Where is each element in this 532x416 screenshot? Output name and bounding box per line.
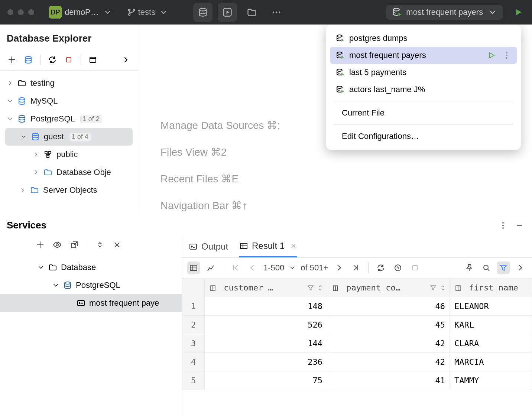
cell-count[interactable]: 42 [327,353,450,371]
view-options-button[interactable] [88,55,98,65]
cell-customer[interactable]: 144 [205,334,327,353]
minimize-window-button[interactable] [18,9,24,15]
services-node-label: most frequent paye [89,298,159,308]
project-selector[interactable]: DP demoP… [47,4,114,20]
prev-page-button[interactable] [246,261,259,274]
run-icon[interactable] [487,51,496,60]
count-badge: 1 of 4 [69,133,91,141]
dropdown-current-file[interactable]: Current File [330,104,517,121]
cell-count[interactable]: 42 [327,334,450,353]
pin-button[interactable] [463,261,476,274]
chevron-down-icon [20,133,27,140]
sort-icon[interactable] [439,284,447,292]
run-tool-button[interactable] [218,3,237,22]
database-tool-button[interactable] [193,3,213,22]
stop-button[interactable] [409,261,421,274]
dropdown-edit-config[interactable]: Edit Configurations… [330,128,517,145]
last-page-button[interactable] [350,261,362,274]
cell-first-name[interactable]: CLARA [450,334,532,353]
column-header[interactable]: first_name [450,279,532,297]
column-header[interactable]: customer_… [205,279,327,297]
cell-customer[interactable]: 526 [205,316,327,334]
services-toolbar [0,235,182,255]
reload-button[interactable] [374,261,387,274]
chevron-down-icon [52,282,59,289]
cell-first-name[interactable]: MARCIA [450,353,532,371]
first-page-button[interactable] [229,261,242,274]
filter-icon[interactable] [429,284,437,292]
database-run-icon [336,34,345,43]
cell-customer[interactable]: 75 [205,371,327,390]
more-icon[interactable] [499,221,507,230]
more-icon[interactable] [502,51,511,60]
table-row[interactable]: 252645KARL [182,316,532,334]
tree-node-dbobjects[interactable]: Database Obje [0,163,138,181]
database-run-icon [336,68,345,77]
cell-customer[interactable]: 236 [205,353,327,371]
more-button[interactable] [514,261,527,274]
sort-icon[interactable] [317,284,324,292]
tree-node-serverobjects[interactable]: Server Objects [0,181,138,199]
run-configuration-selector[interactable]: most frequent payers [386,5,503,20]
close-icon[interactable] [290,242,297,250]
minimize-icon[interactable] [515,221,524,230]
popout-button[interactable] [70,240,79,249]
show-button[interactable] [53,240,62,249]
tab-result[interactable]: Result 1 [239,241,297,257]
column-icon [454,285,462,292]
filter-button[interactable] [497,261,510,274]
stop-button[interactable] [64,55,74,65]
dropdown-item[interactable]: last 5 payments [330,64,517,81]
column-header[interactable]: payment_co… [327,279,450,297]
tree-node-postgres[interactable]: PostgreSQL 1 of 2 [0,110,138,128]
expand-collapse-button[interactable] [95,240,104,249]
expand-button[interactable] [121,55,131,65]
cell-first-name[interactable]: KARL [450,316,532,334]
cell-count[interactable]: 46 [327,297,450,316]
add-button[interactable] [36,240,45,249]
cell-customer[interactable]: 148 [205,297,327,316]
search-button[interactable] [480,261,493,274]
dropdown-item-selected[interactable]: most frequent payers [330,47,517,64]
table-row[interactable]: 314442CLARA [182,334,532,353]
dropdown-item[interactable]: postgres dumps [330,30,517,47]
files-tool-button[interactable] [242,3,262,22]
more-tools-button[interactable] [267,3,286,22]
add-button[interactable] [7,55,17,65]
tree-node-guest[interactable]: guest 1 of 4 [5,128,133,146]
services-node-query[interactable]: most frequent paye [0,294,182,312]
tab-output[interactable]: Output [189,241,228,257]
titlebar: DP demoP… tests most frequent payers [0,0,532,25]
cell-count[interactable]: 45 [327,316,450,334]
table-row[interactable]: 114846ELEANOR [182,297,532,316]
filter-icon[interactable] [307,284,314,292]
result-tabs: Output Result 1 [182,235,532,258]
page-range-selector[interactable]: 1-500 [263,263,296,273]
tree-node-public[interactable]: public [0,146,138,163]
close-window-button[interactable] [7,9,13,15]
next-page-button[interactable] [332,261,345,274]
datasource-properties-button[interactable] [23,55,33,65]
maximize-window-button[interactable] [28,9,34,15]
tree-node-label: Database Obje [56,168,111,177]
tree-node-mysql[interactable]: MySQL [0,92,138,110]
cell-count[interactable]: 41 [327,371,450,390]
services-node-database[interactable]: Database [0,259,182,276]
table-row[interactable]: 423642MARCIA [182,353,532,371]
refresh-button[interactable] [47,55,58,65]
chart-view-button[interactable] [204,261,217,274]
table-row[interactable]: 57541TAMMY [182,371,532,390]
console-icon [77,299,85,308]
run-button[interactable] [508,3,528,22]
close-button[interactable] [113,240,121,249]
tree-node-testing[interactable]: testing [0,74,138,92]
history-button[interactable] [392,261,404,274]
dropdown-item-label: most frequent payers [349,51,426,60]
dropdown-item[interactable]: actors last_name J% [330,81,517,98]
cell-first-name[interactable]: ELEANOR [450,297,532,316]
table-view-button[interactable] [187,261,200,274]
cell-first-name[interactable]: TAMMY [450,371,532,390]
result-grid[interactable]: customer_… payment_co… first_name [182,278,532,416]
services-node-postgres[interactable]: PostgreSQL [0,276,182,294]
vcs-branch-selector[interactable]: tests [127,7,168,17]
